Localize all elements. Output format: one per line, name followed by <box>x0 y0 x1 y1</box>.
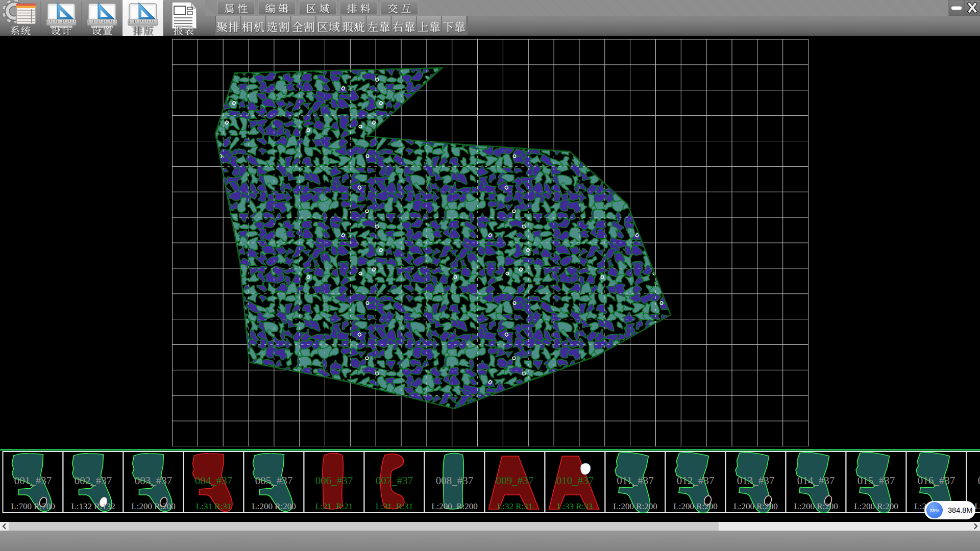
svg-text:002_#37: 002_#37 <box>75 474 112 487</box>
svg-text:L:700 R:700: L:700 R:700 <box>11 502 55 511</box>
svg-text:38%: 38% <box>929 508 940 513</box>
svg-text:L:200 R:200: L:200 R:200 <box>794 502 838 511</box>
svg-text:006_#37: 006_#37 <box>315 474 353 487</box>
svg-text:L:200_R:200: L:200_R:200 <box>431 502 478 511</box>
svg-text:015_#37: 015_#37 <box>857 474 895 487</box>
svg-text:004_#37: 004_#37 <box>195 474 233 487</box>
svg-text:L:31 R:31: L:31 R:31 <box>196 502 231 511</box>
svg-text:005_#37: 005_#37 <box>255 474 293 487</box>
svg-text:012_#37: 012_#37 <box>677 474 715 487</box>
svg-text:001_#37: 001_#37 <box>14 474 52 487</box>
svg-text:014_#37: 014_#37 <box>797 474 835 487</box>
svg-text:L:200 R:200: L:200 R:200 <box>613 502 657 511</box>
svg-text:384.8M: 384.8M <box>948 506 972 514</box>
svg-text:L:21_R:21: L:21_R:21 <box>315 502 353 511</box>
svg-text:L:200 R:200: L:200 R:200 <box>131 502 175 511</box>
svg-text:007_#37: 007_#37 <box>376 474 413 487</box>
svg-text:013_#37: 013_#37 <box>737 474 775 487</box>
svg-text:009_#37: 009_#37 <box>496 474 534 487</box>
svg-text:010_#37: 010_#37 <box>556 474 594 487</box>
svg-text:017_#37: 017_#37 <box>978 474 980 487</box>
svg-text:L:32 R:31: L:32 R:31 <box>497 502 532 511</box>
svg-text:L:31_R:31: L:31_R:31 <box>376 502 413 511</box>
svg-text:L:200 R:200: L:200 R:200 <box>854 502 898 511</box>
svg-text:008_#37: 008_#37 <box>436 474 474 487</box>
svg-text:L:200 R:200: L:200 R:200 <box>733 502 777 511</box>
svg-text:016_#37: 016_#37 <box>918 474 955 487</box>
svg-text:L:200 R:200: L:200 R:200 <box>673 502 717 511</box>
svg-text:011_#37: 011_#37 <box>617 474 654 487</box>
svg-text:003_#37: 003_#37 <box>135 474 173 487</box>
svg-text:L:132 R:132: L:132 R:132 <box>71 502 115 511</box>
svg-text:L:200 R:200: L:200 R:200 <box>252 502 296 511</box>
svg-text:L:33 R:33: L:33 R:33 <box>557 502 593 511</box>
